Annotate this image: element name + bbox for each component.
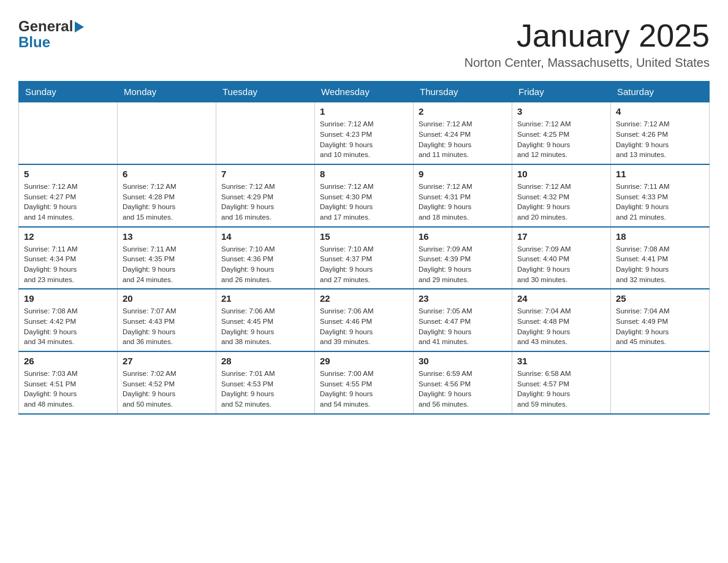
day-info: Sunrise: 7:12 AM Sunset: 4:30 PM Dayligh…	[320, 182, 408, 223]
calendar-cell: 30Sunrise: 6:59 AM Sunset: 4:56 PM Dayli…	[414, 351, 512, 414]
day-info: Sunrise: 7:11 AM Sunset: 4:35 PM Dayligh…	[123, 244, 211, 285]
calendar-cell: 31Sunrise: 6:58 AM Sunset: 4:57 PM Dayli…	[512, 351, 611, 414]
day-number: 4	[616, 106, 704, 117]
day-info: Sunrise: 7:03 AM Sunset: 4:51 PM Dayligh…	[24, 369, 112, 410]
day-info: Sunrise: 7:02 AM Sunset: 4:52 PM Dayligh…	[123, 369, 211, 410]
calendar-cell: 27Sunrise: 7:02 AM Sunset: 4:52 PM Dayli…	[118, 351, 216, 414]
day-number: 25	[616, 293, 704, 304]
day-info: Sunrise: 7:09 AM Sunset: 4:39 PM Dayligh…	[419, 244, 507, 285]
calendar-week-2: 5Sunrise: 7:12 AM Sunset: 4:27 PM Daylig…	[19, 164, 710, 227]
calendar-header-friday: Friday	[512, 82, 611, 102]
calendar-cell: 14Sunrise: 7:10 AM Sunset: 4:36 PM Dayli…	[216, 227, 315, 289]
calendar-cell: 20Sunrise: 7:07 AM Sunset: 4:43 PM Dayli…	[118, 289, 216, 351]
day-number: 11	[616, 169, 704, 179]
day-number: 26	[24, 356, 112, 366]
day-number: 24	[517, 293, 605, 304]
day-number: 30	[419, 356, 507, 366]
day-number: 6	[123, 169, 211, 179]
day-number: 21	[221, 293, 309, 304]
day-info: Sunrise: 7:12 AM Sunset: 4:25 PM Dayligh…	[517, 119, 605, 160]
day-number: 17	[517, 231, 605, 242]
day-number: 15	[320, 231, 408, 242]
calendar-cell: 8Sunrise: 7:12 AM Sunset: 4:30 PM Daylig…	[315, 164, 414, 227]
calendar-header-saturday: Saturday	[611, 82, 710, 102]
day-number: 12	[24, 231, 112, 242]
day-number: 5	[24, 169, 112, 179]
calendar-header-sunday: Sunday	[19, 82, 118, 102]
day-number: 14	[221, 231, 309, 242]
calendar-cell	[19, 102, 118, 164]
logo-arrow-icon	[75, 21, 84, 33]
day-number: 29	[320, 356, 408, 366]
day-info: Sunrise: 7:06 AM Sunset: 4:46 PM Dayligh…	[320, 306, 408, 347]
calendar-cell: 21Sunrise: 7:06 AM Sunset: 4:45 PM Dayli…	[216, 289, 315, 351]
day-number: 3	[517, 106, 605, 117]
day-info: Sunrise: 7:09 AM Sunset: 4:40 PM Dayligh…	[517, 244, 605, 285]
calendar-header-monday: Monday	[118, 82, 216, 102]
calendar-cell: 9Sunrise: 7:12 AM Sunset: 4:31 PM Daylig…	[414, 164, 512, 227]
day-info: Sunrise: 7:10 AM Sunset: 4:36 PM Dayligh…	[221, 244, 309, 285]
calendar-cell: 1Sunrise: 7:12 AM Sunset: 4:23 PM Daylig…	[315, 102, 414, 164]
calendar-cell: 24Sunrise: 7:04 AM Sunset: 4:48 PM Dayli…	[512, 289, 611, 351]
day-number: 22	[320, 293, 408, 304]
day-info: Sunrise: 7:04 AM Sunset: 4:48 PM Dayligh…	[517, 306, 605, 347]
day-number: 23	[419, 293, 507, 304]
calendar-week-1: 1Sunrise: 7:12 AM Sunset: 4:23 PM Daylig…	[19, 102, 710, 164]
day-info: Sunrise: 7:12 AM Sunset: 4:27 PM Dayligh…	[24, 182, 112, 223]
calendar-header-thursday: Thursday	[414, 82, 512, 102]
day-number: 28	[221, 356, 309, 366]
day-number: 27	[123, 356, 211, 366]
calendar-week-3: 12Sunrise: 7:11 AM Sunset: 4:34 PM Dayli…	[19, 227, 710, 289]
day-info: Sunrise: 7:12 AM Sunset: 4:23 PM Dayligh…	[320, 119, 408, 160]
location-text: Norton Center, Massachusetts, United Sta…	[464, 56, 710, 70]
day-info: Sunrise: 7:07 AM Sunset: 4:43 PM Dayligh…	[123, 306, 211, 347]
day-number: 19	[24, 293, 112, 304]
title-block: January 2025 Norton Center, Massachusett…	[464, 18, 710, 70]
day-info: Sunrise: 7:04 AM Sunset: 4:49 PM Dayligh…	[616, 306, 704, 347]
calendar-cell: 13Sunrise: 7:11 AM Sunset: 4:35 PM Dayli…	[118, 227, 216, 289]
day-info: Sunrise: 7:08 AM Sunset: 4:41 PM Dayligh…	[616, 244, 704, 285]
logo-blue-text: Blue	[18, 34, 84, 50]
calendar-week-5: 26Sunrise: 7:03 AM Sunset: 4:51 PM Dayli…	[19, 351, 710, 414]
day-info: Sunrise: 7:12 AM Sunset: 4:26 PM Dayligh…	[616, 119, 704, 160]
calendar-cell: 12Sunrise: 7:11 AM Sunset: 4:34 PM Dayli…	[19, 227, 118, 289]
calendar-week-4: 19Sunrise: 7:08 AM Sunset: 4:42 PM Dayli…	[19, 289, 710, 351]
calendar-header-tuesday: Tuesday	[216, 82, 315, 102]
day-number: 1	[320, 106, 408, 117]
day-info: Sunrise: 6:59 AM Sunset: 4:56 PM Dayligh…	[419, 369, 507, 410]
day-info: Sunrise: 7:12 AM Sunset: 4:28 PM Dayligh…	[123, 182, 211, 223]
calendar-header-row: SundayMondayTuesdayWednesdayThursdayFrid…	[19, 82, 710, 102]
calendar-cell	[216, 102, 315, 164]
day-number: 9	[419, 169, 507, 179]
day-info: Sunrise: 7:05 AM Sunset: 4:47 PM Dayligh…	[419, 306, 507, 347]
day-info: Sunrise: 7:00 AM Sunset: 4:55 PM Dayligh…	[320, 369, 408, 410]
month-title: January 2025	[464, 18, 710, 53]
day-info: Sunrise: 7:08 AM Sunset: 4:42 PM Dayligh…	[24, 306, 112, 347]
day-info: Sunrise: 6:58 AM Sunset: 4:57 PM Dayligh…	[517, 369, 605, 410]
day-info: Sunrise: 7:12 AM Sunset: 4:32 PM Dayligh…	[517, 182, 605, 223]
day-info: Sunrise: 7:11 AM Sunset: 4:34 PM Dayligh…	[24, 244, 112, 285]
calendar-cell: 3Sunrise: 7:12 AM Sunset: 4:25 PM Daylig…	[512, 102, 611, 164]
page-header: General Blue January 2025 Norton Center,…	[18, 18, 710, 70]
calendar-cell	[118, 102, 216, 164]
calendar-cell: 7Sunrise: 7:12 AM Sunset: 4:29 PM Daylig…	[216, 164, 315, 227]
calendar-cell: 23Sunrise: 7:05 AM Sunset: 4:47 PM Dayli…	[414, 289, 512, 351]
calendar-table: SundayMondayTuesdayWednesdayThursdayFrid…	[18, 81, 710, 414]
day-number: 13	[123, 231, 211, 242]
calendar-header-wednesday: Wednesday	[315, 82, 414, 102]
calendar-cell: 10Sunrise: 7:12 AM Sunset: 4:32 PM Dayli…	[512, 164, 611, 227]
calendar-cell	[611, 351, 710, 414]
calendar-cell: 26Sunrise: 7:03 AM Sunset: 4:51 PM Dayli…	[19, 351, 118, 414]
day-info: Sunrise: 7:12 AM Sunset: 4:29 PM Dayligh…	[221, 182, 309, 223]
day-info: Sunrise: 7:12 AM Sunset: 4:24 PM Dayligh…	[419, 119, 507, 160]
day-number: 10	[517, 169, 605, 179]
day-info: Sunrise: 7:10 AM Sunset: 4:37 PM Dayligh…	[320, 244, 408, 285]
calendar-cell: 5Sunrise: 7:12 AM Sunset: 4:27 PM Daylig…	[19, 164, 118, 227]
calendar-cell: 29Sunrise: 7:00 AM Sunset: 4:55 PM Dayli…	[315, 351, 414, 414]
day-info: Sunrise: 7:01 AM Sunset: 4:53 PM Dayligh…	[221, 369, 309, 410]
calendar-cell: 22Sunrise: 7:06 AM Sunset: 4:46 PM Dayli…	[315, 289, 414, 351]
calendar-cell: 17Sunrise: 7:09 AM Sunset: 4:40 PM Dayli…	[512, 227, 611, 289]
logo-general-text: General	[18, 18, 73, 34]
day-number: 2	[419, 106, 507, 117]
calendar-cell: 18Sunrise: 7:08 AM Sunset: 4:41 PM Dayli…	[611, 227, 710, 289]
